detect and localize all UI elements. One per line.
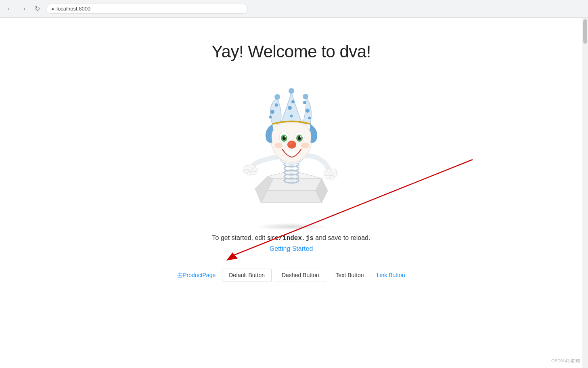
svg-marker-0 [267,179,322,191]
scrollbar[interactable] [582,18,588,368]
svg-point-40 [274,143,282,148]
browser-chrome: ← → ↻ ● localhost:8000 [0,0,588,18]
forward-button[interactable]: → [19,4,28,14]
svg-point-44 [269,116,272,119]
svg-point-42 [270,110,274,114]
dashed-button[interactable]: Dashed Button [275,269,326,282]
back-button[interactable]: ← [5,4,15,14]
getting-started-link[interactable]: Getting Started [212,245,370,252]
clown-illustration [219,74,364,219]
svg-point-51 [303,101,306,104]
svg-point-50 [306,109,310,113]
svg-point-48 [290,115,293,118]
text-button[interactable]: Text Button [329,269,370,282]
svg-point-38 [287,141,296,149]
main-content: Yay! Welcome to dva! [0,18,582,368]
address-bar[interactable]: ● localhost:8000 [46,4,248,14]
page-title: Yay! Welcome to dva! [211,42,371,61]
svg-point-43 [275,103,278,107]
refresh-button[interactable]: ↻ [32,4,42,14]
clown-svg [219,74,364,219]
svg-point-53 [303,94,308,99]
svg-point-41 [301,143,309,148]
code-snippet: src/index.js [267,235,314,242]
default-button[interactable]: Default Button [222,269,272,282]
clown-shadow [255,223,328,230]
svg-point-47 [291,100,295,103]
page-wrapper: Yay! Welcome to dva! [0,18,588,368]
svg-point-45 [274,94,280,100]
svg-point-49 [289,88,294,94]
product-page-link[interactable]: 去ProductPage [174,270,219,281]
svg-point-46 [288,106,292,110]
lock-icon: ● [51,6,54,12]
buttons-row: 去ProductPage Default Button Dashed Butto… [174,269,408,282]
url-text: localhost:8000 [56,6,90,12]
svg-marker-4 [261,191,322,203]
link-button[interactable]: Link Button [374,269,408,282]
subtitle-text: To get started, edit src/index.js and sa… [212,234,370,242]
svg-point-20 [252,168,258,172]
subtitle-section: To get started, edit src/index.js and sa… [212,234,370,261]
watermark: CSDN @-联瑞 [551,358,580,364]
svg-point-26 [324,172,329,176]
svg-point-39 [289,142,292,145]
svg-point-37 [300,136,301,138]
svg-point-33 [285,136,286,138]
svg-point-52 [308,117,311,120]
scrollbar-thumb[interactable] [583,19,587,44]
